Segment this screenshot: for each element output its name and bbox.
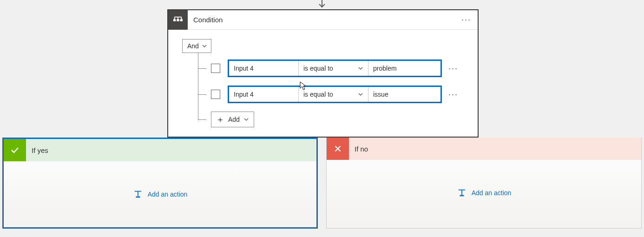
condition-operator-dropdown[interactable]: is equal to: [299, 87, 368, 102]
condition-row: Input 4 is equal to issue ···: [187, 86, 464, 103]
add-row-container: ＋ Add: [187, 112, 464, 127]
add-action-button[interactable]: Add an action: [133, 190, 188, 199]
condition-card: Condition ··· And Input 4 is equal to: [167, 9, 479, 138]
if-no-branch: If no Add an action: [326, 138, 642, 229]
group-operator-label: And: [187, 42, 199, 50]
condition-left-operand[interactable]: Input 4: [229, 61, 299, 76]
add-condition-button[interactable]: ＋ Add: [211, 112, 254, 127]
chevron-down-icon: [358, 66, 363, 71]
add-button-label: Add: [228, 116, 240, 123]
condition-rows: Input 4 is equal to problem ···: [187, 53, 464, 127]
cross-icon: [327, 138, 349, 160]
condition-header: Condition ···: [168, 10, 478, 30]
chevron-down-icon: [202, 43, 207, 49]
if-yes-title: If yes: [32, 146, 48, 154]
condition-operator-dropdown[interactable]: is equal to: [299, 61, 368, 76]
add-action-label: Add an action: [148, 191, 188, 198]
condition-right-value: issue: [373, 91, 388, 98]
row-menu-button[interactable]: ···: [448, 64, 458, 73]
condition-right-operand[interactable]: problem: [368, 61, 440, 76]
plus-icon: ＋: [216, 115, 224, 124]
add-action-icon: [133, 190, 143, 199]
condition-operator-label: is equal to: [303, 65, 333, 72]
svg-rect-4: [460, 195, 464, 197]
tree-connector: [198, 119, 206, 120]
condition-right-operand[interactable]: issue: [368, 87, 440, 102]
tree-connector: [198, 94, 206, 95]
condition-branches: If yes Add an action If no: [2, 138, 642, 229]
add-action-label: Add an action: [472, 189, 512, 197]
condition-body: And Input 4 is equal to: [168, 30, 478, 137]
check-icon: [4, 139, 26, 161]
chevron-down-icon: [358, 92, 363, 97]
condition-title: Condition: [188, 16, 455, 24]
row-menu-button[interactable]: ···: [448, 90, 458, 99]
flow-arrow-down: [317, 0, 327, 9]
condition-left-value: Input 4: [234, 65, 254, 72]
if-yes-branch: If yes Add an action: [2, 138, 318, 229]
condition-icon: [168, 10, 188, 30]
svg-rect-0: [173, 19, 176, 21]
svg-rect-2: [180, 19, 183, 21]
condition-expression: Input 4 is equal to issue: [228, 86, 442, 103]
condition-right-value: problem: [373, 65, 397, 72]
condition-left-operand[interactable]: Input 4: [229, 87, 299, 102]
if-no-body: Add an action: [327, 160, 641, 226]
if-no-header: If no: [327, 138, 641, 160]
card-menu-button[interactable]: ···: [455, 15, 478, 25]
row-select-checkbox[interactable]: [211, 90, 220, 99]
tree-connector: [198, 68, 206, 69]
condition-expression: Input 4 is equal to problem: [228, 59, 442, 77]
add-action-button[interactable]: Add an action: [457, 188, 512, 198]
chevron-down-icon: [243, 117, 249, 122]
if-yes-header: If yes: [4, 139, 316, 161]
condition-operator-label: is equal to: [303, 91, 333, 98]
svg-rect-3: [136, 197, 140, 198]
if-no-title: If no: [355, 145, 368, 153]
if-yes-body: Add an action: [4, 161, 316, 227]
group-operator-dropdown[interactable]: And: [182, 39, 211, 53]
condition-left-value: Input 4: [234, 91, 254, 98]
svg-rect-1: [177, 19, 179, 21]
row-select-checkbox[interactable]: [211, 64, 220, 73]
add-action-icon: [457, 188, 467, 198]
condition-row: Input 4 is equal to problem ···: [187, 59, 464, 77]
